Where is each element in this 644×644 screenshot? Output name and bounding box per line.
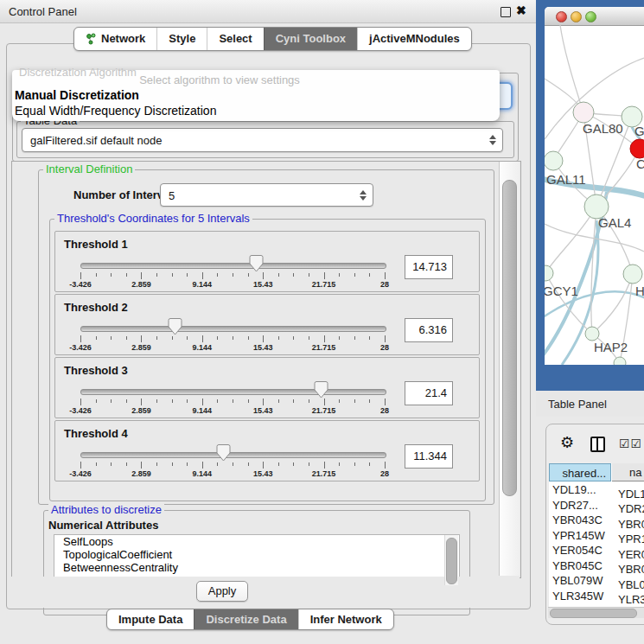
slider-tick	[217, 273, 218, 277]
slider-tick	[80, 335, 81, 342]
mac-zoom-button[interactable]	[585, 11, 596, 22]
tab-label: Network	[101, 28, 145, 50]
tab-select[interactable]: Select	[207, 28, 263, 50]
algorithm-option[interactable]: Manual Discretization	[12, 87, 500, 103]
threshold-box: Threshold 2 -3.4262.8599.14415.4321.7152…	[54, 294, 480, 355]
slider-axis-label: 21.715	[312, 343, 336, 352]
bottom-tab-discretize-data[interactable]: Discretize Data	[194, 609, 297, 629]
threshold-value-field[interactable]: 11.344	[405, 444, 453, 469]
algorithm-option[interactable]: Equal Width/Frequency Discretization	[12, 103, 500, 118]
network-node[interactable]	[573, 102, 594, 123]
tab-jactivemnodules[interactable]: jActiveMNodules	[357, 28, 471, 50]
settings-scrollbar-thumb[interactable]	[502, 180, 517, 496]
slider-tick	[385, 399, 386, 405]
table-row[interactable]: YER054CYER0	[549, 543, 644, 558]
slider-axis-label: 28	[380, 343, 389, 352]
mac-minimize-button[interactable]	[571, 11, 582, 22]
cell-shared-name: YBL079W	[549, 573, 613, 589]
slider-tick	[156, 399, 157, 403]
slider-tick	[324, 272, 325, 279]
table-row[interactable]: YBR043CYBR0	[549, 513, 644, 528]
number-of-intervals-combobox[interactable]: 5	[160, 183, 373, 207]
tab-label: Select	[219, 28, 252, 50]
attributes-scrollbar-thumb[interactable]	[446, 538, 457, 584]
table-row[interactable]: YBL079WYBL0	[549, 573, 644, 589]
table-hscrollbar-thumb[interactable]	[550, 609, 637, 618]
bottom-tab-infer-network[interactable]: Infer Network	[298, 609, 393, 629]
slider-axis-label: 15.43	[253, 469, 273, 478]
slider-thumb[interactable]	[314, 381, 328, 399]
network-node[interactable]	[585, 327, 599, 341]
attributes-group-label: Attributes to discretize	[48, 504, 164, 516]
threshold-value-field[interactable]: 21.4	[405, 381, 453, 405]
slider-tick	[126, 273, 127, 277]
gear-icon[interactable]: ⚙	[560, 435, 574, 450]
attribute-list-item[interactable]: BetweennessCentrality	[54, 561, 459, 574]
network-node[interactable]	[614, 357, 626, 365]
column-header-name[interactable]: na	[612, 463, 644, 481]
slider-tick	[293, 336, 294, 340]
tab-cyni-toolbox[interactable]: Cyni Toolbox	[264, 28, 357, 50]
slider-tick	[172, 462, 173, 466]
slider-tick	[385, 272, 386, 279]
close-icon[interactable]: ✖	[516, 3, 526, 17]
threshold-box: Threshold 3 -3.4262.8599.14415.4321.7152…	[54, 357, 480, 418]
network-canvas[interactable]: GAL80GACGAL11GAL4GCY1HHAP2	[545, 25, 644, 365]
slider-tick	[339, 399, 340, 403]
combobox-spinner-icon	[489, 135, 495, 145]
tab-style[interactable]: Style	[156, 28, 207, 50]
slider-tick	[141, 399, 142, 405]
slider-tick	[187, 462, 188, 466]
network-node[interactable]	[623, 265, 642, 284]
bottom-tab-impute-data[interactable]: Impute Data	[107, 609, 194, 629]
slider-tick	[156, 336, 157, 340]
threshold-value-field[interactable]: 6.316	[405, 318, 453, 342]
slider-thumb[interactable]	[168, 318, 182, 335]
slider-tick	[217, 462, 218, 466]
table-data-combobox[interactable]: galFiltered.sif default node	[22, 128, 503, 152]
table-row[interactable]: YBR045CYBR0	[549, 558, 644, 574]
slider-thumb[interactable]	[249, 255, 264, 272]
algorithm-popup-options: Manual DiscretizationEqual Width/Frequen…	[12, 87, 500, 118]
network-node-label: HAP2	[594, 340, 628, 354]
mac-close-button[interactable]	[556, 11, 567, 22]
slider-axis-label: 21.715	[312, 406, 336, 415]
apply-button[interactable]: Apply	[196, 581, 248, 602]
network-node[interactable]	[545, 265, 553, 281]
slider-thumb[interactable]	[216, 444, 231, 462]
tab-network[interactable]: Network	[74, 28, 156, 50]
tab-label: jActiveMNodules	[369, 28, 460, 50]
attribute-list-item[interactable]: SelfLoops	[54, 535, 459, 548]
slider-axis-label: -3.426	[69, 469, 92, 478]
node-table[interactable]: shared... na YDL19...YDL1YDR27...YDR2YBR…	[549, 463, 644, 608]
threshold-slider-track[interactable]	[80, 326, 386, 332]
table-row[interactable]: YLR345WYLR3	[549, 589, 644, 604]
columns-icon[interactable]	[590, 437, 605, 452]
slider-tick	[80, 399, 81, 405]
cell-shared-name: YDL19...	[549, 482, 613, 498]
threshold-value-field[interactable]: 14.713	[405, 255, 453, 279]
threshold-label: Threshold 2	[64, 301, 128, 314]
table-row[interactable]: YDR27...YDR2	[549, 498, 644, 513]
slider-tick	[233, 462, 233, 466]
threshold-slider-track[interactable]	[80, 389, 386, 395]
attribute-list-item[interactable]: TopologicalCoefficient	[54, 548, 459, 561]
table-panel-titlebar: Table Panel	[536, 391, 644, 417]
float-window-icon[interactable]	[501, 7, 511, 17]
column-header-shared-name[interactable]: shared...	[549, 463, 611, 481]
slider-axis-label: 2.859	[131, 469, 151, 478]
network-window-titlebar[interactable]	[545, 7, 644, 26]
network-node[interactable]	[630, 139, 644, 158]
table-row[interactable]: YPR145WYPR1	[549, 528, 644, 544]
threshold-box: Threshold 1 -3.4262.8599.14415.4321.7152…	[54, 231, 480, 292]
checkboxes-icon[interactable]: ☑☑	[619, 437, 642, 450]
table-row[interactable]: YDL19...YDL1	[549, 482, 644, 498]
threshold-slider-track[interactable]	[80, 263, 386, 269]
threshold-slider-track[interactable]	[80, 452, 386, 458]
slider-tick	[248, 462, 249, 466]
table-rows: YDL19...YDL1YDR27...YDR2YBR043CYBR0YPR14…	[549, 482, 644, 608]
combobox-spinner-icon	[360, 190, 366, 201]
network-node[interactable]	[545, 151, 563, 170]
slider-tick	[202, 462, 203, 469]
slider-tick	[293, 462, 294, 466]
